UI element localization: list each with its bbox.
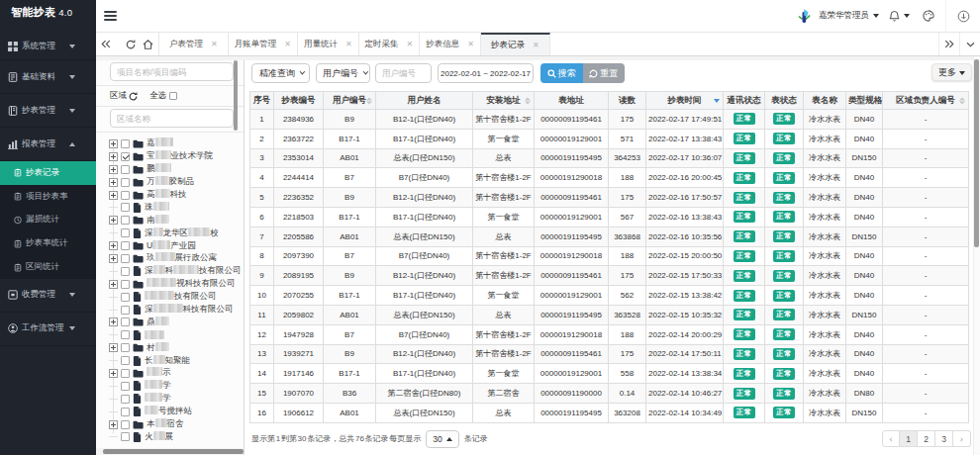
tree-node-7[interactable]: 深龙华区校 [96,227,244,239]
table-row-12[interactable]: 121947928B7B7(口径DN40)第十宿舍楼1-2F0000019129… [250,324,969,344]
table-row-14[interactable]: 141917146B17-1B17-1(口径DN40)第一食堂000000191… [250,364,969,384]
page-prev[interactable]: ‹ [882,430,900,447]
column-header-2[interactable]: 用户编号 [324,92,376,110]
page-3[interactable]: 3 [935,430,953,447]
tree-expand-icon[interactable] [109,191,118,200]
sidebar-item-1[interactable]: 基础资料 [0,60,96,94]
table-row-2[interactable]: 22363722B17-1B17-1(口径DN40)第一食堂0000001912… [250,129,969,148]
tree-checkbox[interactable] [121,356,130,365]
tree-checkbox[interactable] [121,330,130,339]
tree-node-12[interactable]: 技有限公司 [96,291,244,304]
sidebar-subitem-2[interactable]: 漏损统计 [0,209,96,232]
home-icon[interactable] [143,33,153,55]
date-range-input[interactable] [438,63,534,83]
tree-node-22[interactable]: 本宿舍 [96,418,244,431]
sidebar-item-5[interactable]: 工作流管理 [0,313,96,346]
tree-expand-icon[interactable] [109,318,118,326]
tree-checkbox[interactable] [121,216,130,225]
angles-right-icon[interactable] [938,33,959,55]
sort-icon[interactable] [366,97,372,104]
menu-toggle-icon[interactable] [104,11,117,21]
page-next[interactable]: › [953,430,971,447]
tab-close-icon[interactable]: ✕ [407,40,414,48]
tree-horizontal-scrollbar[interactable] [103,449,244,454]
collapse-circle-icon[interactable] [957,10,970,23]
tree-node-16[interactable]: 村 [96,341,244,354]
table-row-11[interactable]: 112059802AB01总表(口径DN150)总表00000191195495… [250,305,969,324]
sort-icon[interactable] [714,99,720,103]
tree-expand-icon[interactable] [109,420,118,429]
page-1[interactable]: 1 [900,430,918,447]
tree-expand-icon[interactable] [109,369,118,378]
refresh-icon[interactable] [125,33,136,55]
bell-caret-icon[interactable] [904,14,910,18]
sort-icon[interactable] [525,97,531,104]
tree-node-18[interactable]: 示 [96,367,244,380]
table-row-9[interactable]: 92089195B9B12-1(口径DN40)第十宿舍楼1-2F00000091… [250,266,969,286]
page-scrollbar[interactable] [974,59,979,247]
tree-node-10[interactable]: 深科技有限公司 [96,265,244,278]
table-row-8[interactable]: 82097390B7B7(口径DN40)第十宿舍楼1-2F00000191290… [250,246,969,266]
tree-node-9[interactable]: 玖展行政公寓 [96,252,244,265]
tree-expand-icon[interactable] [109,241,118,250]
reset-button[interactable]: 重置 [583,63,626,83]
column-header-12[interactable]: 区域负责人编号 [883,92,969,110]
tree-checkbox[interactable] [121,343,130,352]
tree-expand-icon[interactable] [109,165,118,174]
tree-checkbox[interactable] [121,306,130,315]
tree-node-19[interactable]: 学 [96,380,244,393]
sidebar-item-2[interactable]: 抄表管理 [0,94,96,128]
tree-checkbox[interactable] [121,318,130,326]
user-name[interactable]: 嘉荣华管理员 [819,10,869,22]
table-row-15[interactable]: 151907070B36第二宿舍(口径DN80)第二宿舍000000911900… [250,384,969,404]
table-row-3[interactable]: 32353014AB01总表(口径DN150)总表000001911954953… [250,148,969,168]
sidebar-item-3[interactable]: 报表管理 [0,128,96,161]
tree-expand-icon[interactable] [109,139,118,148]
tree-checkbox[interactable] [121,254,130,263]
table-row-16[interactable]: 161906612AB01总表(口径DN150)总表00000191195495… [250,403,969,422]
region-refresh-icon[interactable] [129,92,138,101]
tree-checkbox[interactable] [121,395,130,404]
tree-checkbox[interactable] [121,228,130,237]
tree-node-3[interactable]: 万胶制品 [96,176,244,189]
tab-close-icon[interactable]: ✕ [211,40,218,48]
tree-node-5[interactable]: 珠 [96,201,244,214]
tree-checkbox[interactable] [121,165,130,174]
tab-2[interactable]: 用量统计✕ [298,33,359,55]
tree-checkbox[interactable] [121,178,130,187]
tree-checkbox[interactable] [121,152,130,161]
tree-checkbox[interactable] [121,191,130,200]
page-size-select[interactable]: 30 [426,430,458,448]
project-search-input[interactable] [110,62,234,81]
tab-menu-chevron-icon[interactable] [959,33,980,55]
table-row-10[interactable]: 102070255B17-1B17-1(口径DN40)第一食堂000000191… [250,286,969,306]
tree-checkbox[interactable] [121,203,130,212]
tree-checkbox[interactable] [121,382,130,391]
sidebar-item-0[interactable]: 系统管理 [0,33,96,60]
sidebar-item-4[interactable]: 收费管理 [0,279,96,313]
more-button[interactable]: 更多 [931,63,972,81]
tab-close-icon[interactable]: ✕ [345,40,352,48]
table-row-5[interactable]: 52236352B9B12-1(口径DN40)第十宿舍楼1-2F00000091… [250,188,969,208]
tree-checkbox[interactable] [121,267,130,276]
tab-3[interactable]: 定时采集✕ [359,33,421,55]
tree-node-21[interactable]: 号搅拌站 [96,406,244,418]
tree-vertical-scrollbar[interactable] [234,60,238,131]
tree-node-14[interactable]: 鼎 [96,316,244,328]
search-button[interactable]: 搜索 [540,63,583,83]
tree-node-23[interactable]: 火展 [96,430,244,443]
tree-checkbox[interactable] [121,408,130,416]
tree-checkbox[interactable] [121,139,130,148]
tree-checkbox[interactable] [121,432,130,441]
tab-close-icon[interactable]: ✕ [284,40,291,48]
region-search-input[interactable] [110,109,234,128]
tree-checkbox[interactable] [121,241,130,250]
tab-1[interactable]: 月账单管理✕ [229,33,298,55]
tree-node-8[interactable]: U产业园 [96,239,244,252]
sidebar-subitem-4[interactable]: 区间统计 [0,255,96,279]
tree-node-1[interactable]: 宝业技术学院 [96,150,244,163]
tab-0[interactable]: 户表管理✕ [158,33,229,55]
table-row-1[interactable]: 12384936B9B12-1(口径DN40)第十宿舍楼1-2F00000091… [250,110,969,130]
column-header-4[interactable]: 安装地址 [473,92,535,110]
tree-node-0[interactable]: 嘉 [96,137,244,150]
